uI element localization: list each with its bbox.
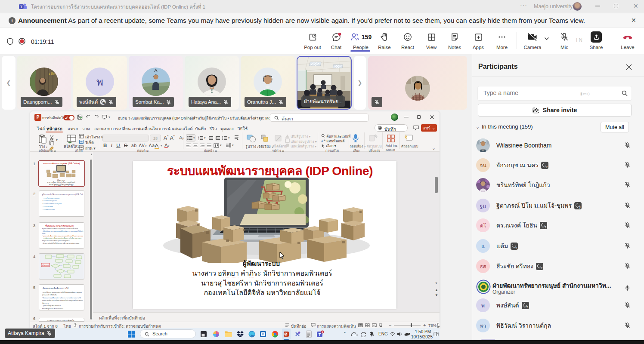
- svg-text:?: ?: [103, 102, 105, 104]
- svg-text:เข้าสู่ระบบ: เข้าสู่ระบบ: [42, 264, 49, 266]
- svg-text:1: 1: [322, 331, 323, 333]
- svg-text:1: 1: [198, 136, 199, 138]
- svg-text:T: T: [20, 5, 23, 9]
- svg-text:A: A: [321, 140, 323, 143]
- svg-text:2: 2: [198, 138, 199, 140]
- svg-text:T: T: [319, 332, 321, 337]
- svg-text:-: -: [88, 117, 89, 119]
- svg-text:เจียดใจ: เจียดใจ: [49, 71, 58, 76]
